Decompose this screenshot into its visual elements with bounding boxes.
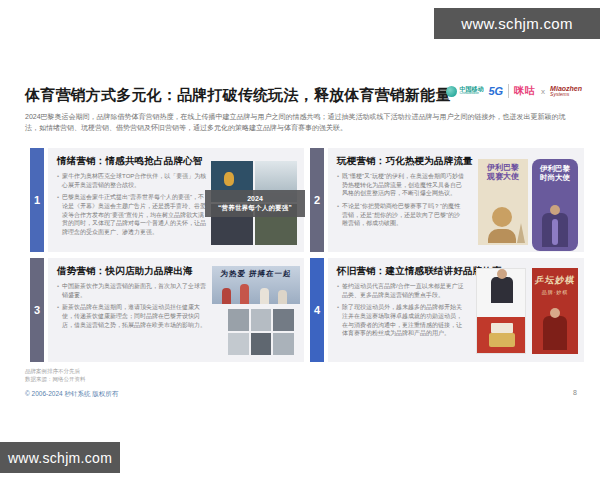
intro-paragraph: 2024巴黎奥运会期间，品牌除借势体育营销热度，在线上传播中建立品牌与用户之间的… <box>25 112 577 134</box>
bullet-text: 中国新茶饮作为奥运营销的新面孔，首次加入了全球营销盛宴。 <box>62 282 209 299</box>
footer-notes: 品牌案例排序不分先后 数据来源：网络公开资料 <box>25 367 86 384</box>
yili-fashion-ambassador-poster: 伊利巴黎 时尚大使 <box>532 159 578 251</box>
banner-slogan: 为热爱 拼搏在一起 <box>212 269 300 279</box>
calligraphy-red-poster: 乒坛妙棋 品牌·妙棋 <box>532 268 578 354</box>
bullet-item: • 不论是“你把赞助商给巴黎赛事了吗？”的魔性营销，还是“想你的沙，还是吹向了巴… <box>337 202 465 228</box>
bullet-text: 签约运动员代言品牌/合作一直以来都是更广泛品类、更多品牌奥运营销的重点手段。 <box>342 282 465 299</box>
eiffel-tower-sketch <box>517 223 525 243</box>
collage-tile <box>251 309 272 331</box>
bullet-text: 蒙牛作为奥林匹克全球TOP合作伙伴，以「要强」为核心展开奥运营销的整合战役。 <box>62 172 209 189</box>
collage-tile <box>251 333 272 355</box>
5g-logo: 5G <box>488 85 503 97</box>
poster-figure <box>491 277 513 303</box>
campaign-banner: 为热爱 拼搏在一起 <box>212 266 300 304</box>
poster-figure <box>543 316 567 350</box>
poster-text: 观赛大使 <box>481 172 525 181</box>
tea-brand-media: 为热爱 拼搏在一起 <box>212 266 300 355</box>
collage-tile <box>273 309 294 331</box>
product-endorsement-poster <box>476 268 526 354</box>
poster-text: 伊利巴黎 <box>535 164 575 173</box>
poster-prop <box>552 219 558 245</box>
watermark-top: www.schjm.com <box>434 8 600 39</box>
bullet-item: • 新茶饮品牌在奥运期间，邀请顶尖运动员担任健康大使，传递茶饮健康新理念；同时品… <box>57 303 209 329</box>
yili-posters: 伊利巴黎 观赛大使 伊利巴黎 时尚大使 <box>478 159 578 251</box>
bullet-dot: • <box>337 202 339 228</box>
bullet-dot: • <box>337 172 339 198</box>
poster-text: 乒坛妙棋 <box>534 274 576 287</box>
popup-store-collage <box>228 309 294 355</box>
card-number-badge: 1 <box>30 148 44 252</box>
brand-logos: 中国移动 ChinaMobile 5G 咪咕 x Miaozhen System… <box>446 84 582 98</box>
overlay-year: 2024 <box>247 195 263 203</box>
bullet-item: • 除了现役运动员外，越来越多的品牌都开始关注并在奥运赛场取得卓越成就的功勋运动… <box>337 303 465 338</box>
bullet-item: • 既“懂梗”又“玩梗”的伊利，在奥运会期间巧妙借势热梗转化为品牌流量，创造魔性… <box>337 172 465 198</box>
poster-podium <box>489 333 515 347</box>
banner-figure <box>222 288 231 304</box>
footer-note-order: 品牌案例排序不分先后 <box>25 367 86 375</box>
poster-figure <box>488 229 516 243</box>
bullet-dot: • <box>57 193 59 236</box>
poster-text: 时尚大使 <box>535 173 575 182</box>
china-mobile-sublabel: ChinaMobile <box>459 92 483 96</box>
card-number-badge: 2 <box>310 148 324 252</box>
bullet-item: • 巴黎奥运会蒙牛正式提出“营养世界每个人的要强”，不论是《开幕》奥运会主题广告… <box>57 193 209 236</box>
bullet-text: 除了现役运动员外，越来越多的品牌都开始关注并在奥运赛场取得卓越成就的功勋运动员，… <box>342 303 465 338</box>
banner-figure <box>240 284 249 304</box>
collage-tile <box>273 333 294 355</box>
bullet-item: • 蒙牛作为奥林匹克全球TOP合作伙伴，以「要强」为核心展开奥运营销的整合战役。 <box>57 172 209 189</box>
yili-viewing-ambassador-poster: 伊利巴黎 观赛大使 <box>478 159 528 245</box>
bullet-dot: • <box>57 282 59 299</box>
athlete-endorsement-posters: 乒坛妙棋 品牌·妙棋 <box>476 268 578 354</box>
page-number: 8 <box>573 389 577 396</box>
page-title: 体育营销方式多元化：品牌打破传统玩法，释放体育营销新能量 <box>25 86 451 105</box>
bullet-text: 既“懂梗”又“玩梗”的伊利，在奥运会期间巧妙借势热梗转化为品牌流量，创造魔性又具… <box>342 172 465 198</box>
miaozhen-logo: Miaozhen Systems <box>550 85 582 98</box>
poster-products <box>491 323 513 333</box>
card-nostalgia-marketing: 4 怀旧营销：建立情感联结讲好品牌故事 • 签约运动员代言品牌/合作一直以来都是… <box>310 258 584 362</box>
logo-divider <box>508 84 509 98</box>
bullet-item: • 签约运动员代言品牌/合作一直以来都是更广泛品类、更多品牌奥运营销的重点手段。 <box>337 282 465 299</box>
card-meme-marketing: 2 玩梗营销：巧化热梗为品牌流量 • 既“懂梗”又“玩梗”的伊利，在奥运会期间巧… <box>310 148 584 252</box>
china-mobile-icon <box>446 86 457 97</box>
slide-page: www.schjm.com www.schjm.com 体育营销方式多元化：品牌… <box>0 0 600 480</box>
banner-figure <box>278 290 287 304</box>
overlay-quote: “营养世界每个人的要强” <box>218 204 292 212</box>
poster-text: 伊利巴黎 <box>481 163 525 172</box>
bullet-item: • 中国新茶饮作为奥运营销的新面孔，首次加入了全球营销盛宴。 <box>57 282 209 299</box>
banner-figure <box>260 288 269 304</box>
bullet-dot: • <box>337 282 339 299</box>
bullet-text: 不论是“你把赞助商给巴黎赛事了吗？”的魔性营销，还是“想你的沙，还是吹向了巴黎”… <box>342 202 465 228</box>
bullet-text: 巴黎奥运会蒙牛正式提出“营养世界每个人的要强”，不论是《开幕》奥运会主题广告片，… <box>62 193 209 236</box>
card-number-badge: 3 <box>30 258 44 362</box>
card-number-badge: 4 <box>310 258 324 362</box>
footer-note-source: 数据来源：网络公开资料 <box>25 375 86 383</box>
poster-figure <box>492 207 512 227</box>
campaign-overlay-banner: 2024 “营养世界每个人的要强” <box>205 190 305 217</box>
bullet-dot: • <box>57 172 59 189</box>
footer-copyright: © 2006-2024 秒针系统 版权所有 <box>25 390 118 399</box>
mengniu-campaign-collage: 2024 “营养世界每个人的要强” <box>211 161 297 245</box>
card-emotion-marketing: 1 情绪营销：情感共鸣抢占品牌心智 • 蒙牛作为奥林匹克全球TOP合作伙伴，以「… <box>30 148 304 252</box>
bullet-dot: • <box>337 303 339 338</box>
collage-tile <box>228 309 249 331</box>
bullet-dot: • <box>57 303 59 329</box>
card-leverage-marketing: 3 借势营销：快闪店助力品牌出海 • 中国新茶饮作为奥运营销的新面孔，首次加入了… <box>30 258 304 362</box>
watermark-bottom: www.schjm.com <box>0 442 120 473</box>
poster-text: 品牌·妙棋 <box>535 289 575 295</box>
logo-x-separator: x <box>541 87 545 96</box>
miaozhen-line2: Systems <box>550 92 582 97</box>
bullet-text: 新茶饮品牌在奥运期间，邀请顶尖运动员担任健康大使，传递茶饮健康新理念；同时品牌在… <box>62 303 209 329</box>
china-mobile-logo: 中国移动 ChinaMobile <box>446 86 483 97</box>
migu-logo: 咪咕 <box>514 84 536 98</box>
collage-tile <box>228 333 249 355</box>
